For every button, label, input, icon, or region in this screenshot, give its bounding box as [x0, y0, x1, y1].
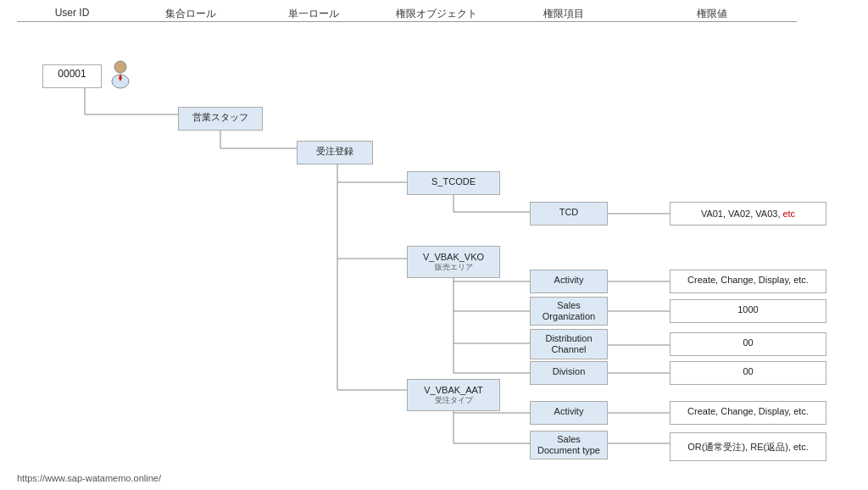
value-activity1-box: Create, Change, Display, etc. [670, 270, 826, 293]
field-activity2-box: Activity [530, 401, 608, 425]
single-role-box: 受注登録 [297, 141, 373, 164]
header-obj: 権限オブジェクト [373, 7, 500, 22]
field-division-box: Division [530, 361, 608, 385]
aggregate-role-box: 営業スタッフ [178, 107, 263, 131]
field-sales-org-text: Sales Organization [536, 300, 602, 322]
header-field: 権限項目 [500, 7, 627, 22]
field-sales-doc-text: Sales Document type [536, 434, 602, 456]
header-row: User ID 集合ロール 単一ロール 権限オブジェクト 権限項目 権限値 [0, 7, 868, 22]
diagram-container: User ID 集合ロール 単一ロール 権限オブジェクト 権限項目 権限値 [0, 0, 868, 490]
field-activity1-box: Activity [530, 270, 608, 293]
obj-vbak-vko-main: V_VBAK_VKO [423, 251, 484, 263]
svg-point-25 [114, 61, 126, 73]
value-dist-ch-box: 00 [670, 332, 826, 356]
header-aggregate: 集合ロール [127, 7, 254, 22]
header-value: 権限値 [627, 7, 797, 22]
user-icon [108, 59, 132, 93]
field-tcd-box: TCD [530, 202, 608, 226]
value-sales-doc-box: OR(通常受注), RE(返品), etc. [670, 432, 826, 461]
header-userid: User ID [17, 7, 127, 22]
obj-vbak-aat-box: V_VBAK_AAT 受注タイプ [407, 379, 500, 411]
obj-vbak-vko-box: V_VBAK_VKO 販売エリア [407, 246, 500, 278]
field-dist-ch-box: Distribution Channel [530, 329, 608, 359]
header-single: 単一ロール [254, 7, 373, 22]
val-tcd-etc: etc [782, 208, 795, 220]
val-tcd-text: VA01, VA02, VA03, [701, 208, 781, 220]
field-sales-org-box: Sales Organization [530, 297, 608, 326]
obj-vbak-aat-main: V_VBAK_AAT [424, 384, 483, 396]
value-division-box: 00 [670, 361, 826, 385]
obj-stcode-box: S_TCODE [407, 171, 500, 195]
value-tcd-box: VA01, VA02, VA03, etc [670, 202, 826, 226]
value-activity2-box: Create, Change, Display, etc. [670, 401, 826, 425]
value-sales-org-box: 1000 [670, 299, 826, 323]
obj-vbak-vko-sub: 販売エリア [435, 263, 473, 273]
obj-vbak-aat-sub: 受注タイプ [435, 396, 473, 406]
field-sales-doc-box: Sales Document type [530, 431, 608, 459]
userid-box: 00001 [42, 64, 102, 88]
field-dist-ch-text: Distribution Channel [536, 333, 602, 355]
footer-url: https://www.sap-watamemo.online/ [17, 473, 161, 483]
